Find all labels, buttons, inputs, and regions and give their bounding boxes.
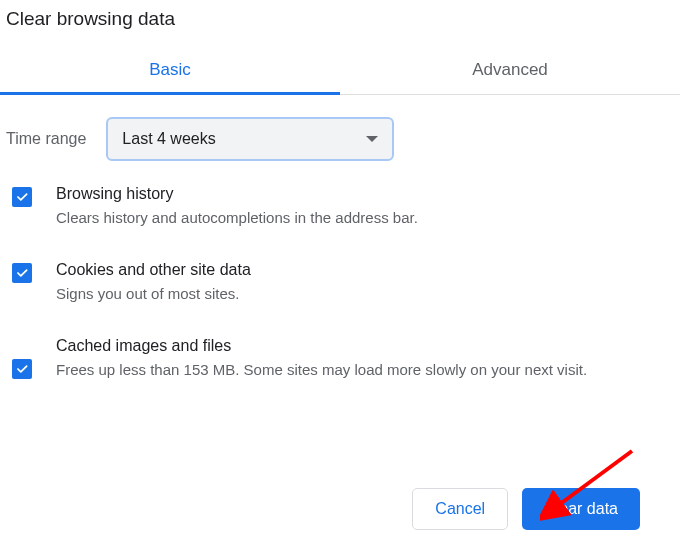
time-range-row: Time range Last 4 weeks — [0, 95, 680, 161]
check-icon — [15, 266, 29, 280]
option-cached: Cached images and files Frees up less th… — [12, 337, 668, 381]
option-browsing-history: Browsing history Clears history and auto… — [12, 185, 668, 229]
clear-data-button[interactable]: Clear data — [522, 488, 640, 530]
time-range-value: Last 4 weeks — [122, 130, 215, 148]
dialog-title: Clear browsing data — [0, 0, 680, 30]
check-icon — [15, 190, 29, 204]
time-range-label: Time range — [6, 130, 86, 148]
tab-basic[interactable]: Basic — [0, 48, 340, 94]
option-desc: Clears history and autocompletions in th… — [56, 207, 668, 229]
check-icon — [15, 362, 29, 376]
checkbox-browsing-history[interactable] — [12, 187, 32, 207]
button-row: Cancel Clear data — [412, 488, 640, 530]
cancel-button[interactable]: Cancel — [412, 488, 508, 530]
checkbox-cookies[interactable] — [12, 263, 32, 283]
options-list: Browsing history Clears history and auto… — [0, 161, 680, 380]
option-label: Cached images and files — [56, 337, 668, 355]
option-desc: Signs you out of most sites. — [56, 283, 668, 305]
checkbox-cached[interactable] — [12, 359, 32, 379]
option-cookies: Cookies and other site data Signs you ou… — [12, 261, 668, 305]
option-label: Cookies and other site data — [56, 261, 668, 279]
time-range-select[interactable]: Last 4 weeks — [106, 117, 394, 161]
tab-advanced[interactable]: Advanced — [340, 48, 680, 94]
tabs: Basic Advanced — [0, 48, 680, 95]
option-desc: Frees up less than 153 MB. Some sites ma… — [56, 359, 668, 381]
chevron-down-icon — [366, 136, 378, 142]
option-label: Browsing history — [56, 185, 668, 203]
